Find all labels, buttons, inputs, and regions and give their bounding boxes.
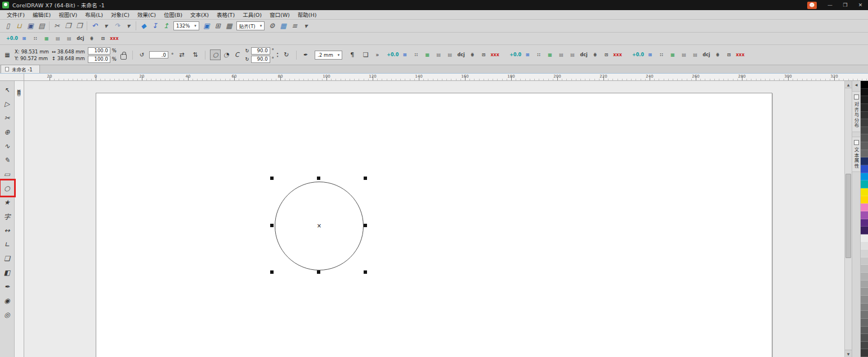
color-swatch[interactable] <box>861 319 868 327</box>
duplicate-distance-icon[interactable]: ⊞ <box>19 34 29 43</box>
color-swatch[interactable] <box>861 281 868 288</box>
color-swatch[interactable] <box>861 150 868 158</box>
xxx-icon[interactable]: xxx <box>109 34 119 43</box>
arc-mode-icon[interactable]: C <box>231 49 242 60</box>
page-icon[interactable]: ▤ <box>556 51 566 60</box>
selection-handle[interactable] <box>270 270 274 274</box>
comb-icon[interactable]: ⋕ <box>590 51 600 60</box>
color-swatch[interactable] <box>861 288 868 296</box>
color-swatch[interactable] <box>861 188 868 196</box>
color-grid-icon[interactable]: ▦ <box>42 34 52 43</box>
font-sample-icon[interactable]: dcj <box>75 34 86 43</box>
color-swatch[interactable] <box>861 173 868 181</box>
font-sample-icon[interactable]: dcj <box>579 51 589 60</box>
spin-down-icon[interactable]: ▾ <box>277 55 279 58</box>
color-swatch[interactable] <box>861 234 868 242</box>
transparency-tool[interactable]: ◧ <box>1 265 14 279</box>
menu-item[interactable]: 位图(B) <box>160 10 186 20</box>
xxx-icon[interactable]: xxx <box>735 51 745 60</box>
color-swatch[interactable] <box>861 296 868 304</box>
callout-icon[interactable]: ⊡ <box>478 51 489 60</box>
comb-icon[interactable]: ⋕ <box>467 51 477 60</box>
color-swatch[interactable] <box>861 89 868 97</box>
selection-handle[interactable] <box>364 177 367 180</box>
align-dots-icon[interactable]: ∷ <box>30 34 41 43</box>
scrollbar-thumb[interactable] <box>845 174 851 258</box>
copy-icon[interactable]: ❐ <box>62 21 74 31</box>
color-swatch[interactable] <box>861 81 868 89</box>
menu-item[interactable]: 帮助(H) <box>294 10 321 20</box>
interactive-fill-tool[interactable]: ◉ <box>1 293 14 308</box>
selection-handle[interactable] <box>317 177 320 180</box>
freehand-tool[interactable]: ∿ <box>1 139 14 153</box>
menu-item[interactable]: 视图(V) <box>55 10 81 20</box>
color-swatch[interactable] <box>861 112 868 120</box>
page-duplicate-icon[interactable]: ▤ <box>445 51 455 60</box>
mirror-vertical-icon[interactable]: ⇅ <box>190 49 200 60</box>
nudge-value-icon[interactable]: +0.0 <box>387 51 399 60</box>
color-swatch[interactable] <box>861 211 868 219</box>
cut-icon[interactable]: ✂ <box>51 21 62 31</box>
selection-handle[interactable] <box>317 270 320 274</box>
welcome-screen-icon[interactable]: ▦ <box>278 21 289 31</box>
overflow-chevron-icon[interactable]: » <box>374 52 381 58</box>
nudge-value-icon[interactable]: +0.0 <box>632 51 644 60</box>
object-properties-icon[interactable]: ❏ <box>360 49 371 60</box>
redo-dropdown-icon[interactable]: ▾ <box>123 21 134 31</box>
page-icon[interactable]: ▤ <box>433 51 444 60</box>
import-icon[interactable]: ↧ <box>149 21 160 31</box>
toolbar-overflow-icon[interactable]: ▾ <box>300 21 311 31</box>
pie-mode-icon[interactable]: ◔ <box>221 49 231 60</box>
shape-tool[interactable]: ▷ <box>1 97 14 111</box>
duplicate-distance-icon[interactable]: ⊞ <box>400 51 410 60</box>
close-button[interactable]: ✕ <box>853 0 868 10</box>
zoom-tool[interactable]: ⊕ <box>1 125 14 139</box>
menu-item[interactable]: 窗口(W) <box>266 10 294 20</box>
wrap-text-icon[interactable]: ¶ <box>347 49 357 60</box>
page-icon[interactable]: ▤ <box>53 34 63 43</box>
restore-button[interactable]: ❐ <box>838 0 853 10</box>
align-dots-icon[interactable]: ∷ <box>534 51 544 60</box>
document-page[interactable] <box>96 93 772 357</box>
scale-y-field[interactable]: 100.0 <box>88 56 110 63</box>
color-swatch[interactable] <box>861 104 868 112</box>
scale-x-field[interactable]: 100.0 <box>88 47 110 55</box>
color-swatch[interactable] <box>861 127 868 135</box>
menu-item[interactable]: 对象(C) <box>107 10 133 20</box>
minimize-button[interactable]: — <box>822 0 838 10</box>
xxx-icon[interactable]: xxx <box>612 51 623 60</box>
duplicate-distance-icon[interactable]: ⊞ <box>645 51 655 60</box>
vertical-scrollbar[interactable]: ▲ ▼ <box>844 81 852 357</box>
y-position-value[interactable]: 90.572 mm <box>20 56 48 61</box>
show-grid-icon[interactable]: ▦ <box>223 21 235 31</box>
color-swatch[interactable] <box>861 342 868 350</box>
page-duplicate-icon[interactable]: ▤ <box>64 34 74 43</box>
docker-tab[interactable]: 文本属性 <box>852 137 861 172</box>
callout-icon[interactable]: ⊡ <box>724 51 734 60</box>
application-launcher-icon[interactable]: ◆ <box>138 21 149 31</box>
mirror-horizontal-icon[interactable]: ⇄ <box>176 49 187 60</box>
xxx-icon[interactable]: xxx <box>490 51 500 60</box>
text-tool[interactable]: 字 <box>1 209 14 223</box>
font-sample-icon[interactable]: dcj <box>456 51 466 60</box>
menu-item[interactable]: 效果(C) <box>133 10 160 20</box>
color-swatch[interactable] <box>861 242 868 250</box>
menu-item[interactable]: 表格(T) <box>213 10 239 20</box>
outline-width-combo[interactable]: .2 mm ▾ <box>315 51 342 60</box>
page-duplicate-icon[interactable]: ▤ <box>567 51 578 60</box>
polygon-tool[interactable]: ★ <box>1 195 14 209</box>
color-swatch[interactable] <box>861 334 868 342</box>
color-swatch[interactable] <box>861 250 868 257</box>
ellipse-tool[interactable]: ○ <box>1 181 14 195</box>
connector-tool[interactable]: ∟ <box>1 237 14 251</box>
new-document-icon[interactable]: ▯ <box>2 21 14 31</box>
color-swatch[interactable] <box>861 196 868 204</box>
color-swatch[interactable] <box>861 180 868 188</box>
selection-handle[interactable] <box>270 177 274 180</box>
comb-icon[interactable]: ⋕ <box>87 34 97 43</box>
color-swatch[interactable] <box>861 204 868 211</box>
color-swatch[interactable] <box>861 96 868 104</box>
color-swatch[interactable] <box>861 227 868 234</box>
align-dots-icon[interactable]: ∷ <box>656 51 666 60</box>
rectangle-tool[interactable]: ▭ <box>1 167 14 181</box>
